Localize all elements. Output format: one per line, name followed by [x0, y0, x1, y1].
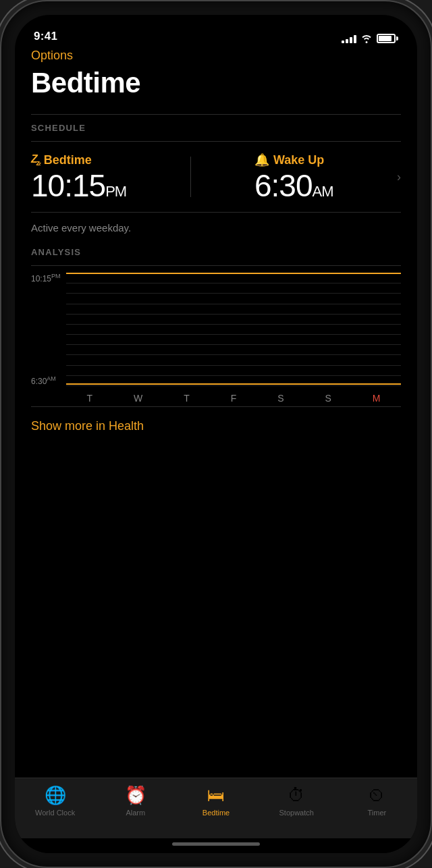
tab-bar: 🌐 World Clock ⏰ Alarm 🛏 Bedtime ⏱ Stopwa… — [15, 778, 417, 838]
schedule-section-label: SCHEDULE — [31, 123, 401, 133]
home-indicator — [15, 838, 417, 853]
bedtime-label: Bedtime — [44, 153, 92, 167]
wakeup-time: 6:30AM — [254, 170, 333, 201]
volume-up-button[interactable] — [0, 157, 1, 204]
tab-alarm[interactable]: ⏰ Alarm — [95, 785, 176, 817]
stopwatch-icon: ⏱ — [288, 785, 305, 806]
chart-day-sun: S — [325, 393, 331, 404]
tab-stopwatch[interactable]: ⏱ Stopwatch — [256, 785, 337, 817]
options-button[interactable]: Options — [31, 49, 401, 63]
wakeup-hour: 6:30 — [254, 168, 313, 203]
page-title: Bedtime — [31, 67, 401, 99]
bedtime-label-row: Zzz Bedtime — [31, 153, 126, 167]
active-schedule-text: Active every weekday. — [31, 213, 401, 247]
tab-bedtime[interactable]: 🛏 Bedtime — [176, 785, 256, 817]
chart-days-row: T W T F S S M — [66, 387, 401, 404]
analysis-divider — [31, 265, 401, 266]
chart-day-wed: W — [134, 393, 142, 404]
wakeup-label-row: 🔔 Wake Up — [254, 153, 333, 167]
silent-switch[interactable] — [0, 123, 1, 147]
chart-grid-lines — [66, 273, 401, 386]
tab-alarm-label: Alarm — [126, 809, 145, 817]
battery-icon — [377, 34, 398, 43]
phone-screen: 9:41 — [15, 15, 417, 853]
wakeup-chart-line — [66, 383, 401, 385]
wakeup-suffix: AM — [313, 183, 333, 200]
volume-down-button[interactable] — [0, 215, 1, 262]
tab-stopwatch-label: Stopwatch — [279, 809, 314, 817]
signal-icon — [342, 34, 356, 43]
chart-day-fri: F — [231, 393, 237, 404]
notch — [162, 15, 270, 36]
chart-wakeup-label: 6:30AM — [31, 375, 56, 386]
sleep-chart: 10:15PM 6:30AM — [31, 271, 401, 406]
time-divider — [190, 157, 191, 197]
chevron-right-icon: › — [397, 170, 401, 184]
tab-world-clock-label: World Clock — [35, 809, 75, 817]
phone-frame: 9:41 — [0, 0, 432, 868]
show-more-health-button[interactable]: Show more in Health — [31, 419, 401, 433]
main-content: Options Bedtime SCHEDULE Zzz Bedtime 10:… — [15, 49, 417, 778]
chart-bottom-divider — [31, 406, 401, 407]
wifi-icon — [360, 34, 373, 43]
tab-timer-label: Timer — [368, 809, 387, 817]
status-icons — [342, 34, 398, 43]
bedtime-chart-line — [66, 273, 401, 274]
timer-icon: ⏲ — [368, 785, 385, 806]
bedtime-time: 10:15PM — [31, 170, 126, 201]
status-time: 9:41 — [34, 30, 57, 43]
tab-bedtime-label: Bedtime — [202, 809, 230, 817]
tab-world-clock[interactable]: 🌐 World Clock — [15, 785, 95, 817]
alarm-icon: ⏰ — [125, 785, 146, 806]
chart-day-tue: T — [86, 393, 92, 404]
bedtime-tab-icon: 🛏 — [207, 785, 225, 806]
wakeup-label: Wake Up — [273, 153, 324, 167]
bedtime-block: Zzz Bedtime 10:15PM — [31, 153, 126, 201]
zzz-icon: Zzz — [31, 153, 40, 167]
home-bar — [172, 842, 260, 846]
wakeup-block: 🔔 Wake Up 6:30AM — [254, 153, 333, 201]
bedtime-hour: 10:15 — [31, 168, 105, 203]
chart-day-mon: M — [373, 393, 381, 404]
analysis-section-label: ANALYSIS — [31, 247, 401, 257]
bedtime-suffix: PM — [105, 183, 126, 200]
chart-day-sat: S — [277, 393, 284, 404]
tab-timer[interactable]: ⏲ Timer — [337, 785, 417, 817]
chart-bedtime-label: 10:15PM — [31, 273, 61, 283]
world-clock-icon: 🌐 — [45, 785, 66, 806]
bell-icon: 🔔 — [254, 153, 269, 167]
schedule-card[interactable]: Zzz Bedtime 10:15PM 🔔 Wake Up 6:30AM — [31, 142, 401, 212]
chart-day-thu: T — [184, 393, 190, 404]
